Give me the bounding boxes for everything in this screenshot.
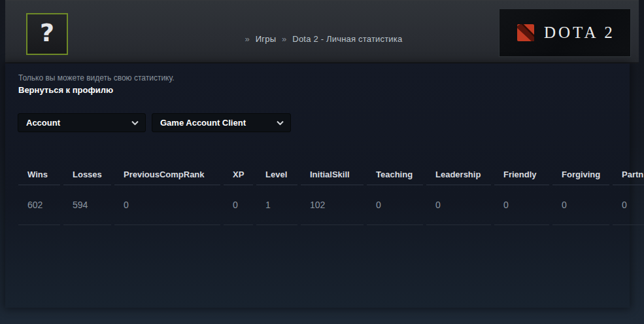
column-header-partner: Partn: [613, 164, 644, 185]
breadcrumb-link-games[interactable]: Игры: [256, 34, 276, 44]
column-header-forgiving: Forgiving: [552, 164, 609, 185]
stat-source-select[interactable]: Game Account Client: [152, 113, 291, 132]
stat-category-select-wrap: Account: [18, 113, 146, 132]
cell-forgiving: 0: [552, 185, 609, 225]
table-header-row: Wins Losses PreviousCompRank XP Level In…: [18, 164, 644, 185]
cell-leadership: 0: [426, 185, 491, 225]
column-header-level: Level: [256, 164, 297, 185]
cell-xp: 0: [224, 185, 253, 225]
top-header-bar: ? » Игры » Dota 2 - Личная статистика DO…: [5, 0, 639, 63]
cell-losses: 594: [63, 185, 111, 225]
column-header-losses: Losses: [63, 164, 111, 185]
cell-initialskill: 102: [301, 185, 364, 225]
column-header-leadership: Leadership: [426, 164, 491, 185]
column-header-initialskill: InitialSkill: [301, 164, 364, 185]
cell-partner: 0: [613, 185, 644, 225]
dota2-logo-icon: [517, 24, 534, 41]
breadcrumb-separator: »: [282, 34, 286, 44]
stat-source-select-wrap: Game Account Client: [152, 113, 291, 132]
stats-table: Wins Losses PreviousCompRank XP Level In…: [15, 164, 644, 225]
stats-table-wrap: Wins Losses PreviousCompRank XP Level In…: [5, 164, 644, 225]
privacy-notice: Только вы можете видеть свою статистику.: [18, 73, 175, 82]
stat-category-select[interactable]: Account: [18, 113, 146, 132]
column-header-previouscomprank: PreviousCompRank: [114, 164, 220, 185]
back-to-profile-link[interactable]: Вернуться к профилю: [18, 85, 113, 95]
cell-level: 1: [256, 185, 297, 225]
column-header-teaching: Teaching: [367, 164, 423, 185]
dota2-logo[interactable]: DOTA 2: [499, 9, 631, 57]
cell-friendly: 0: [494, 185, 549, 225]
column-header-xp: XP: [224, 164, 253, 185]
cell-wins: 602: [18, 185, 60, 225]
column-header-wins: Wins: [18, 164, 60, 185]
breadcrumb-separator: »: [245, 34, 250, 44]
dota2-logo-text: DOTA 2: [544, 24, 615, 42]
column-header-friendly: Friendly: [494, 164, 549, 185]
stat-filters: Account Game Account Client: [18, 113, 291, 132]
cell-teaching: 0: [367, 185, 423, 225]
table-row: 602 594 0 0 1 102 0 0 0 0 0: [18, 185, 644, 225]
content-panel: Только вы можете видеть свою статистику.…: [5, 63, 630, 308]
breadcrumb-current-page: Dota 2 - Личная статистика: [292, 34, 402, 44]
cell-previouscomprank: 0: [114, 185, 220, 225]
